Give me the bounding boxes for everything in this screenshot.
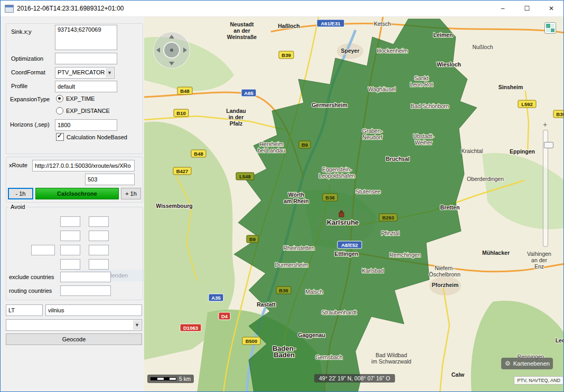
map-layers-button[interactable]: ⚙ Kartenebenen xyxy=(501,358,553,369)
optimization-label: Optimization xyxy=(11,55,43,62)
geocode-result-select[interactable]: ▼ xyxy=(6,319,142,331)
sink-label: Sink.x;y xyxy=(11,28,32,35)
pan-compass-control[interactable] xyxy=(153,32,190,69)
overview-map-toggle[interactable] xyxy=(544,22,556,34)
city-input[interactable] xyxy=(45,304,142,316)
geocode-button[interactable]: Geocode xyxy=(6,333,142,345)
pan-left-icon[interactable] xyxy=(156,47,160,53)
pan-right-icon[interactable] xyxy=(183,47,187,53)
xroute-label: xRoute xyxy=(9,162,27,168)
profile-input[interactable] xyxy=(55,81,117,92)
overview-icon xyxy=(551,24,555,28)
close-button[interactable]: ✕ xyxy=(539,1,563,16)
svg-text:B39: B39 xyxy=(281,52,290,58)
avoid-input[interactable] xyxy=(89,216,109,227)
town-label: Bad Schönborn xyxy=(411,103,449,109)
compass-center-icon xyxy=(170,49,173,52)
optimization-input[interactable] xyxy=(55,53,117,64)
town-label: Herxheimbei Landau xyxy=(258,141,285,154)
exclude-countries-label: exclude countries xyxy=(9,274,54,280)
road-badge: B48 xyxy=(177,87,192,94)
road-badge: A65 xyxy=(241,89,256,97)
svg-text:D4: D4 xyxy=(221,313,228,319)
zoom-track[interactable] xyxy=(543,130,548,247)
town-label: Gaggenau xyxy=(298,332,325,338)
town-label: Leimen xyxy=(434,32,453,38)
svg-text:B48: B48 xyxy=(194,151,203,157)
road-badge: B427 xyxy=(173,167,191,175)
avoid-input[interactable] xyxy=(89,245,109,255)
avoid-input[interactable] xyxy=(31,245,55,255)
map-canvas[interactable]: A61/E31B39A65B48B10B48B427B9L548B36B293A… xyxy=(144,17,563,392)
map-attribution: PTV, NAVTEQ, AND xyxy=(514,376,563,385)
avoid-input[interactable] xyxy=(89,231,109,241)
expansion-label: ExpansionType xyxy=(10,96,50,102)
country-code-input[interactable] xyxy=(6,304,43,316)
port-input[interactable] xyxy=(85,174,135,185)
pan-up-icon[interactable] xyxy=(169,35,174,39)
minimize-button[interactable]: – xyxy=(491,1,515,16)
svg-text:B39: B39 xyxy=(556,111,563,117)
map-layers-label: Kartenebenen xyxy=(513,360,550,367)
avoid-input[interactable] xyxy=(60,231,80,241)
routing-countries-input[interactable] xyxy=(60,285,111,296)
town-label: Eggenstein-Leopoldshafen xyxy=(319,166,355,179)
coordformat-select[interactable]: PTV_MERCATOR ▼ xyxy=(55,67,115,79)
xroute-url-input[interactable] xyxy=(32,160,135,171)
svg-text:A8/E52: A8/E52 xyxy=(341,242,358,248)
zoom-in-icon[interactable]: + xyxy=(540,120,550,129)
map-view[interactable]: A61/E31B39A65B48B10B48B427B9L548B36B293A… xyxy=(144,17,563,392)
town-label: Rastatt xyxy=(257,301,276,308)
svg-text:B293: B293 xyxy=(382,215,394,221)
exclude-countries-input[interactable] xyxy=(60,272,111,282)
checkbox-icon xyxy=(56,133,64,141)
radio-exp-time-label: EXP_TIME xyxy=(66,95,95,102)
svg-text:B427: B427 xyxy=(176,168,189,174)
overview-icon xyxy=(546,24,550,28)
avoid-input[interactable] xyxy=(60,216,80,227)
svg-text:A61/E31: A61/E31 xyxy=(321,21,341,26)
plus-1h-button[interactable]: + 1h xyxy=(121,188,141,199)
gear-icon: ⚙ xyxy=(505,360,511,367)
app-window: 2016-12-06T14:23:31.6989312+01:00 – ☐ ✕ … xyxy=(0,0,564,392)
titlebar: 2016-12-06T14:23:31.6989312+01:00 – ☐ ✕ xyxy=(1,1,563,17)
svg-text:B10: B10 xyxy=(176,110,185,116)
scale-label: 5 km xyxy=(179,376,191,382)
radio-exp-time[interactable]: EXP_TIME xyxy=(56,95,95,102)
coordformat-label: CoordFormat xyxy=(11,69,45,75)
town-label: Rheinstetten xyxy=(284,245,315,251)
town-label: Eppingen xyxy=(510,148,535,155)
zoom-slider[interactable]: + xyxy=(540,120,550,252)
horizons-input[interactable] xyxy=(55,119,117,131)
avoid-input[interactable] xyxy=(60,245,80,255)
avoid-input[interactable] xyxy=(60,259,80,270)
town-label: Malsch xyxy=(305,289,323,295)
minus-1h-button[interactable]: - 1h xyxy=(8,188,33,199)
town-label: Ettlingen xyxy=(335,251,359,257)
app-icon xyxy=(5,5,14,13)
svg-text:B48: B48 xyxy=(180,88,189,94)
road-badge: A35 xyxy=(209,294,223,301)
svg-text:L592: L592 xyxy=(521,101,533,107)
pan-down-icon[interactable] xyxy=(169,62,174,65)
nodebased-checkbox[interactable]: Calculation NodeBased xyxy=(56,133,127,141)
svg-text:B9: B9 xyxy=(249,236,256,242)
sink-input[interactable]: 937143;6270069 xyxy=(55,25,117,50)
zoom-thumb[interactable] xyxy=(544,142,553,148)
road-badge: B39 xyxy=(279,51,294,59)
town-label: Durmersheim xyxy=(275,262,308,268)
maximize-button[interactable]: ☐ xyxy=(515,1,539,16)
town-label: Nußloch xyxy=(472,44,493,50)
scale-bar: 5 km xyxy=(147,375,194,383)
radio-exp-distance-label: EXP_DISTANCE xyxy=(66,108,110,114)
town-label: Remchingen xyxy=(390,252,421,258)
road-badge: B500 xyxy=(242,337,260,345)
town-label: Wiesloch xyxy=(437,61,461,68)
radio-exp-distance[interactable]: EXP_DISTANCE xyxy=(56,107,110,114)
road-badge: B48 xyxy=(191,150,206,157)
town-label: Mühlacker xyxy=(482,250,510,256)
calc-isochrone-button[interactable]: CalcIsochrone xyxy=(35,188,119,199)
routing-countries-label: routing countries xyxy=(9,288,52,294)
avoid-input[interactable] xyxy=(89,259,109,270)
town-label: Wissembourg xyxy=(156,203,192,209)
